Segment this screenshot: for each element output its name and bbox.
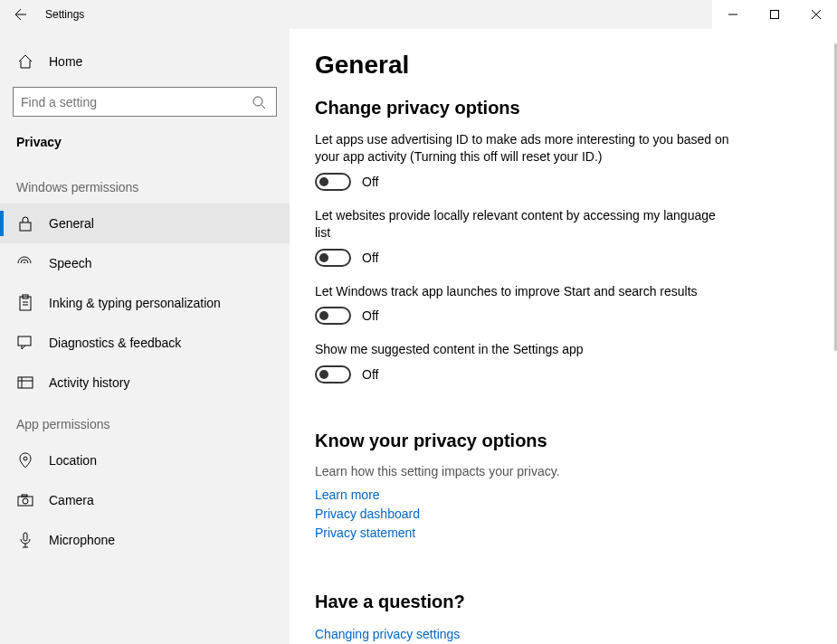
section-subtext: Learn how this setting impacts your priv…	[315, 464, 812, 478]
svg-rect-2	[20, 223, 31, 231]
link-privacy-dashboard[interactable]: Privacy dashboard	[315, 505, 812, 524]
svg-point-7	[24, 457, 27, 460]
toggle-advertising-id[interactable]	[315, 173, 351, 191]
home-icon	[16, 53, 34, 70]
history-icon	[16, 375, 34, 390]
toggle-state: Off	[362, 175, 378, 189]
content-area: General Change privacy options Let apps …	[290, 29, 837, 644]
lock-icon	[16, 215, 34, 232]
sidebar-item-microphone[interactable]: Microphone	[0, 520, 290, 560]
sidebar-item-camera[interactable]: Camera	[0, 480, 290, 520]
sidebar-item-location[interactable]: Location	[0, 440, 290, 480]
setting-desc: Let websites provide locally relevant co…	[315, 207, 731, 242]
maximize-icon	[770, 10, 779, 19]
sidebar-item-inking[interactable]: Inking & typing personalization	[0, 283, 290, 323]
toggle-suggested-content[interactable]	[315, 365, 351, 384]
sidebar-item-activity-history[interactable]: Activity history	[0, 363, 290, 402]
arrow-left-icon	[13, 7, 27, 22]
setting-language-list: Let websites provide locally relevant co…	[315, 207, 731, 267]
location-icon	[16, 452, 34, 469]
svg-rect-6	[18, 377, 33, 388]
speech-icon	[16, 256, 34, 270]
microphone-icon	[16, 532, 34, 548]
setting-suggested-content: Show me suggested content in the Setting…	[315, 341, 731, 384]
sidebar-item-speech[interactable]: Speech	[0, 243, 290, 283]
minimize-icon	[728, 10, 737, 19]
maximize-button[interactable]	[754, 0, 795, 29]
svg-point-9	[23, 498, 28, 504]
setting-app-launches: Let Windows track app launches to improv…	[315, 283, 731, 326]
search-input[interactable]	[21, 95, 249, 109]
sidebar-item-label: Inking & typing personalization	[49, 296, 221, 310]
sidebar-home[interactable]: Home	[0, 42, 290, 81]
window-controls	[712, 0, 837, 29]
toggle-state: Off	[362, 308, 378, 323]
setting-advertising-id: Let apps use advertising ID to make ads …	[315, 131, 731, 191]
sidebar-home-label: Home	[49, 54, 82, 69]
link-learn-more[interactable]: Learn more	[315, 486, 812, 505]
section-have-question: Have a question?	[315, 592, 812, 612]
section-change-privacy: Change privacy options	[315, 98, 812, 118]
sidebar: Home Privacy Windows permissions General	[0, 29, 290, 644]
setting-desc: Let apps use advertising ID to make ads …	[315, 131, 731, 166]
svg-point-1	[253, 97, 262, 106]
toggle-app-launches[interactable]	[315, 307, 351, 325]
close-icon	[812, 10, 821, 19]
sidebar-item-label: Activity history	[49, 375, 129, 390]
sidebar-item-label: Microphone	[49, 533, 115, 547]
svg-rect-5	[18, 336, 31, 346]
close-button[interactable]	[795, 0, 837, 29]
sidebar-item-label: Location	[49, 453, 97, 468]
toggle-state: Off	[362, 251, 378, 265]
search-icon	[249, 95, 269, 109]
clipboard-icon	[16, 295, 34, 311]
window-title: Settings	[45, 8, 84, 21]
search-box[interactable]	[13, 87, 277, 117]
setting-desc: Show me suggested content in the Setting…	[315, 341, 731, 358]
sidebar-item-label: Diagnostics & feedback	[49, 336, 181, 350]
link-privacy-statement[interactable]: Privacy statement	[315, 524, 812, 543]
sidebar-item-general[interactable]: General	[0, 204, 290, 243]
camera-icon	[16, 494, 34, 507]
minimize-button[interactable]	[712, 0, 754, 29]
section-know-privacy: Know your privacy options	[315, 431, 812, 451]
toggle-state: Off	[362, 367, 378, 382]
setting-desc: Let Windows track app launches to improv…	[315, 283, 731, 300]
svg-rect-0	[771, 11, 779, 19]
group-label-windows-permissions: Windows permissions	[0, 166, 290, 204]
sidebar-item-label: Camera	[49, 493, 94, 507]
sidebar-item-label: Speech	[49, 256, 91, 270]
page-title: General	[315, 51, 812, 80]
link-changing-privacy[interactable]: Changing privacy settings	[315, 625, 812, 644]
toggle-language-list[interactable]	[315, 249, 351, 267]
feedback-icon	[16, 336, 34, 350]
sidebar-item-label: General	[49, 216, 94, 231]
titlebar: Settings	[0, 0, 837, 29]
sidebar-heading: Privacy	[0, 126, 290, 166]
back-button[interactable]	[0, 0, 40, 29]
group-label-app-permissions: App permissions	[0, 402, 290, 440]
svg-rect-10	[22, 495, 27, 497]
svg-rect-11	[24, 533, 27, 541]
sidebar-item-diagnostics[interactable]: Diagnostics & feedback	[0, 323, 290, 363]
